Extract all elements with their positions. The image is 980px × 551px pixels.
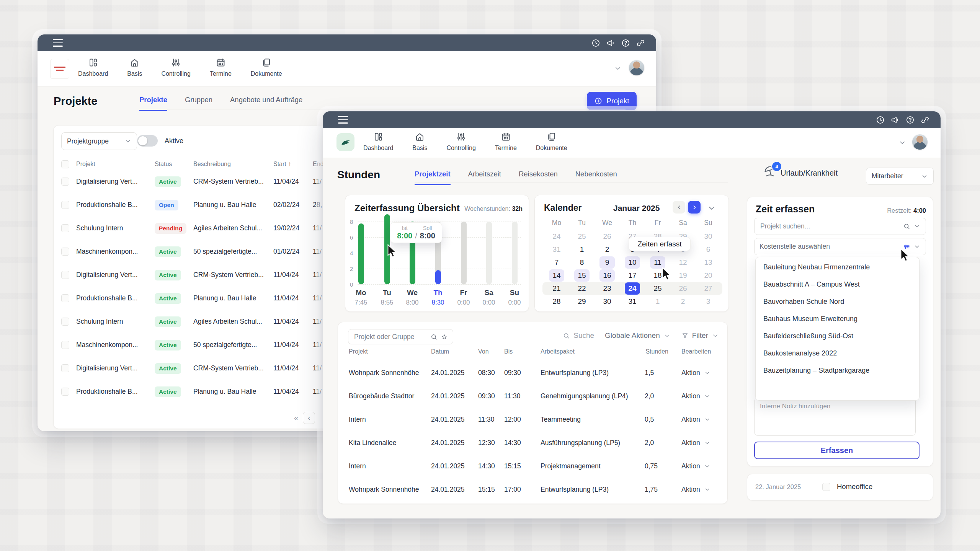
calendar-day[interactable]: 7: [544, 256, 569, 269]
nav-item-controlling[interactable]: Controlling: [446, 132, 475, 152]
chevron-down-icon[interactable]: [913, 223, 921, 230]
aktion-dropdown[interactable]: Aktion: [681, 462, 717, 470]
column-header-start[interactable]: Start ↑: [273, 160, 313, 168]
bar-mo[interactable]: [358, 223, 364, 284]
calendar-day[interactable]: 23: [595, 282, 620, 295]
tab-arbeitszeit[interactable]: Arbeitszeit: [468, 170, 501, 185]
megaphone-icon[interactable]: [606, 38, 616, 48]
calendar-day[interactable]: 11: [645, 256, 670, 269]
tab-reisekosten[interactable]: Reisekosten: [519, 170, 558, 185]
calendar-day[interactable]: 3: [696, 295, 721, 308]
calendar-day[interactable]: 14: [544, 269, 569, 282]
nav-item-dashboard[interactable]: Dashboard: [78, 57, 108, 77]
row-checkbox[interactable]: [61, 388, 69, 396]
active-toggle[interactable]: [137, 135, 158, 147]
row-checkbox[interactable]: [61, 201, 69, 209]
internal-note-textarea[interactable]: [754, 398, 916, 436]
calendar-day[interactable]: 6: [696, 243, 721, 256]
aktion-dropdown[interactable]: Aktion: [681, 486, 717, 494]
company-logo[interactable]: [50, 59, 69, 79]
bar-track-sa[interactable]: [486, 222, 492, 284]
column-header-bearbeiten[interactable]: Bearbeiten: [681, 348, 717, 355]
employee-dropdown[interactable]: Mitarbeiter: [866, 168, 934, 185]
row-checkbox[interactable]: [61, 318, 69, 326]
aktion-dropdown[interactable]: Aktion: [681, 439, 717, 447]
avatar[interactable]: [629, 60, 644, 75]
project-search-input[interactable]: [760, 222, 900, 231]
tab-projekte[interactable]: Projekte: [139, 96, 167, 111]
nav-item-basis[interactable]: Basis: [127, 57, 142, 77]
calendar-day[interactable]: 25: [569, 230, 595, 243]
calendar-day[interactable]: 20: [696, 269, 721, 282]
cost-center-option[interactable]: Bauabschnitt A – Campus West: [756, 276, 919, 293]
calendar-day[interactable]: 31: [620, 295, 645, 308]
tab-gruppen[interactable]: Gruppen: [185, 96, 212, 111]
calendar-day[interactable]: 12: [670, 256, 696, 269]
calendar-day[interactable]: 17: [620, 269, 645, 282]
cost-center-option[interactable]: Baufelderschließung Süd-Ost: [756, 328, 919, 345]
help-icon[interactable]: [621, 38, 630, 48]
calendar-day[interactable]: 26: [670, 282, 696, 295]
aktion-dropdown[interactable]: Aktion: [681, 392, 717, 400]
time-entry-row[interactable]: Wohnpark Sonnenhöhe24.01.202515:1517:00E…: [338, 478, 727, 501]
calendar-day[interactable]: 25: [645, 282, 670, 295]
tab-angebote-und-aufträge[interactable]: Angebote und Aufträge: [230, 96, 302, 111]
search-action[interactable]: Suche: [563, 331, 594, 340]
chevron-down-icon[interactable]: [707, 204, 716, 213]
calendar-day-selected[interactable]: 24: [620, 282, 645, 295]
clock-icon[interactable]: [591, 38, 601, 48]
search-icon[interactable]: [903, 223, 910, 230]
time-entry-row[interactable]: Intern24.01.202511:3012:00Teammeeting0,5…: [338, 408, 727, 431]
calendar-day[interactable]: 16: [595, 269, 620, 282]
calendar-day[interactable]: 26: [595, 230, 620, 243]
calendar-day[interactable]: 1: [569, 243, 595, 256]
select-all-checkbox[interactable]: [61, 160, 69, 168]
calendar-day[interactable]: 29: [569, 295, 595, 308]
cost-center-option[interactable]: Bauleitung Neubau Firmenzentrale: [756, 259, 919, 276]
calendar-day[interactable]: 27: [696, 282, 721, 295]
cost-center-option[interactable]: Bauzeitplanung – Stadtparkgarage: [756, 362, 919, 379]
megaphone-icon[interactable]: [890, 115, 900, 125]
calendar-day[interactable]: 2: [670, 295, 696, 308]
calendar-day[interactable]: 28: [544, 295, 569, 308]
cost-center-select[interactable]: Kostenstelle auswählen: [754, 238, 926, 255]
column-header-datum[interactable]: Datum: [431, 348, 478, 355]
calendar-prev-button[interactable]: [673, 201, 685, 214]
aktion-dropdown[interactable]: Aktion: [681, 369, 717, 377]
calendar-day[interactable]: 30: [595, 295, 620, 308]
nav-item-termine[interactable]: Termine: [495, 132, 517, 152]
nav-item-controlling[interactable]: Controlling: [161, 57, 190, 77]
bar-chart[interactable]: 86420Mo7:45Tu8:55We8:00Th8:30Fr0:00Sa0:0…: [345, 195, 529, 311]
column-header-projekt[interactable]: Projekt: [76, 161, 155, 168]
time-entry-row[interactable]: Intern24.01.202514:3015:15Projektmanagem…: [338, 455, 727, 478]
star-icon[interactable]: [441, 333, 448, 341]
calendar-day[interactable]: 9: [595, 256, 620, 269]
company-logo[interactable]: [336, 133, 354, 151]
column-header-arbeitspaket[interactable]: Arbeitspaket: [541, 348, 645, 355]
cost-center-option[interactable]: Baukostenanalyse 2022: [756, 345, 919, 362]
time-entry-row[interactable]: Bürogebäude Stadttor24.01.202509:3011:30…: [338, 385, 727, 408]
chevron-down-icon[interactable]: [913, 243, 921, 250]
row-checkbox[interactable]: [61, 341, 69, 349]
search-icon[interactable]: [430, 333, 438, 341]
column-header-von[interactable]: Von: [478, 348, 504, 355]
filter-dropdown[interactable]: Filter: [681, 331, 719, 340]
calendar-day[interactable]: 30: [696, 230, 721, 243]
row-checkbox[interactable]: [61, 248, 69, 256]
nav-item-dokumente[interactable]: Dokumente: [251, 57, 282, 77]
column-header-bis[interactable]: Bis: [504, 348, 541, 355]
menu-icon[interactable]: [338, 116, 348, 124]
cost-center-option[interactable]: Bauvorhaben Schule Nord: [756, 293, 919, 310]
calendar-day[interactable]: 10: [620, 256, 645, 269]
pagination-prev-button[interactable]: ‹: [303, 412, 315, 424]
time-entry-row[interactable]: Kita Lindenallee24.01.202512:3014:30Ausf…: [338, 431, 727, 455]
tab-projektzeit[interactable]: Projektzeit: [415, 170, 451, 185]
row-checkbox[interactable]: [61, 224, 69, 232]
bar-track-fr[interactable]: [461, 222, 467, 284]
calendar-day[interactable]: 2: [595, 243, 620, 256]
calendar-day[interactable]: 22: [569, 282, 595, 295]
column-header-status[interactable]: Status: [155, 161, 193, 168]
nav-item-termine[interactable]: Termine: [210, 57, 232, 77]
avatar[interactable]: [912, 134, 928, 150]
bar-current-th[interactable]: [435, 270, 441, 284]
